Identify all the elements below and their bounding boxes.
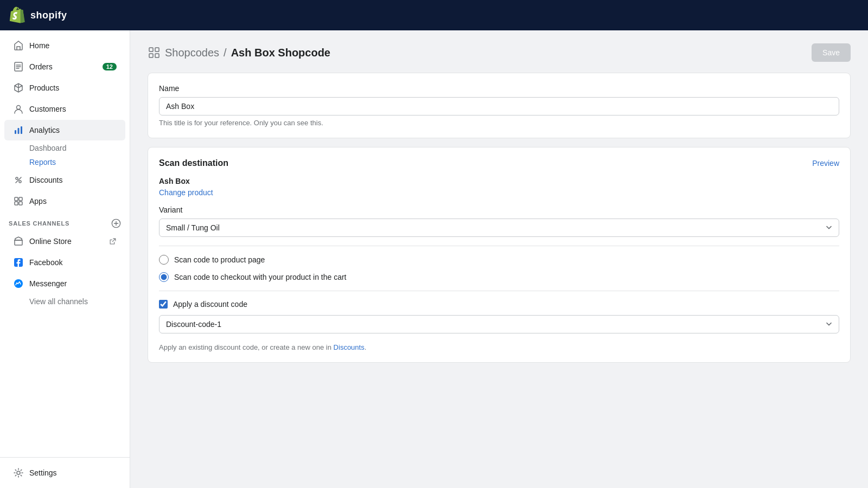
analytics-submenu: Dashboard Reports bbox=[25, 141, 130, 169]
name-input[interactable] bbox=[159, 97, 839, 115]
scan-destination-title: Scan destination Preview bbox=[159, 158, 839, 168]
apply-discount-checkbox-label[interactable]: Apply a discount code bbox=[159, 300, 839, 309]
variant-label: Variant bbox=[159, 206, 839, 214]
products-icon bbox=[13, 82, 24, 93]
radio-checkout-input[interactable] bbox=[159, 272, 169, 282]
svg-rect-19 bbox=[155, 54, 159, 57]
svg-rect-16 bbox=[149, 48, 153, 52]
sidebar-item-discounts[interactable]: Discounts bbox=[4, 170, 125, 190]
radio-product-page[interactable]: Scan code to product page bbox=[159, 255, 839, 265]
sidebar-item-orders[interactable]: Orders 12 bbox=[4, 56, 125, 77]
discounts-icon bbox=[13, 175, 24, 185]
name-label: Name bbox=[159, 84, 839, 93]
svg-rect-2 bbox=[15, 130, 16, 134]
change-product-link[interactable]: Change product bbox=[159, 188, 213, 197]
add-sales-channel-icon[interactable] bbox=[111, 219, 121, 228]
external-link-icon bbox=[109, 237, 117, 245]
sidebar-item-apps-label: Apps bbox=[29, 197, 47, 206]
svg-rect-8 bbox=[19, 197, 22, 201]
sidebar-sub-reports[interactable]: Reports bbox=[25, 155, 130, 169]
preview-link[interactable]: Preview bbox=[812, 159, 839, 168]
radio-checkout-label: Scan code to checkout with your product … bbox=[174, 273, 347, 281]
svg-rect-3 bbox=[18, 128, 20, 134]
sidebar-item-settings-label: Settings bbox=[29, 468, 57, 477]
scan-destination-card: Scan destination Preview Ash Box Change … bbox=[148, 147, 851, 363]
sidebar-item-apps[interactable]: Apps bbox=[4, 191, 125, 211]
breadcrumb-separator: / bbox=[224, 47, 227, 59]
sidebar-item-facebook[interactable]: Facebook bbox=[4, 252, 125, 273]
sidebar-item-online-store[interactable]: Online Store bbox=[4, 231, 125, 252]
svg-rect-7 bbox=[15, 197, 18, 201]
customers-icon bbox=[13, 104, 24, 114]
shopcodes-icon bbox=[148, 46, 161, 59]
apps-icon bbox=[13, 196, 24, 207]
home-icon bbox=[13, 40, 24, 51]
sidebar-item-messenger-label: Messenger bbox=[29, 279, 67, 288]
sidebar-item-products[interactable]: Products bbox=[4, 78, 125, 98]
sidebar-item-analytics[interactable]: Analytics bbox=[4, 120, 125, 140]
svg-rect-9 bbox=[15, 202, 18, 205]
sidebar-item-home[interactable]: Home bbox=[4, 35, 125, 56]
sidebar-item-messenger[interactable]: Messenger bbox=[4, 273, 125, 294]
name-hint: This title is for your reference. Only y… bbox=[159, 119, 839, 127]
view-all-channels-container: View all channels bbox=[25, 294, 130, 309]
svg-rect-17 bbox=[155, 48, 159, 52]
sidebar-sub-dashboard[interactable]: Dashboard bbox=[25, 141, 130, 155]
radio-checkout[interactable]: Scan code to checkout with your product … bbox=[159, 272, 839, 282]
apply-discount-checkbox[interactable] bbox=[159, 300, 168, 309]
svg-rect-18 bbox=[149, 54, 153, 57]
sidebar-item-analytics-label: Analytics bbox=[29, 126, 60, 134]
name-card: Name This title is for your reference. O… bbox=[148, 73, 851, 138]
sidebar-item-orders-label: Orders bbox=[29, 62, 53, 71]
variant-select[interactable]: Small / Tung Oil Large / Tung Oil Small … bbox=[159, 219, 839, 237]
save-button[interactable]: Save bbox=[812, 43, 851, 62]
page-header: Shopcodes / Ash Box Shopcode Save bbox=[148, 43, 851, 62]
settings-icon bbox=[13, 467, 24, 478]
discount-hint: Apply an existing discount code, or crea… bbox=[159, 343, 839, 351]
sidebar: Home Orders 12 Products bbox=[0, 30, 130, 488]
breadcrumb: Shopcodes / Ash Box Shopcode bbox=[148, 46, 330, 59]
orders-badge: 12 bbox=[103, 63, 117, 70]
discount-hint-suffix: . bbox=[365, 343, 367, 351]
discount-select[interactable]: Discount-code-1 Discount-code-2 Discount… bbox=[159, 315, 839, 333]
svg-point-1 bbox=[17, 106, 21, 110]
radio-group: Scan code to product page Scan code to c… bbox=[159, 255, 839, 282]
svg-point-5 bbox=[16, 177, 18, 179]
store-icon bbox=[13, 236, 24, 247]
svg-rect-4 bbox=[21, 126, 22, 134]
sidebar-item-customers-label: Customers bbox=[29, 105, 66, 113]
view-all-channels-link[interactable]: View all channels bbox=[25, 294, 130, 309]
svg-rect-12 bbox=[15, 240, 22, 245]
discount-hint-prefix: Apply an existing discount code, or crea… bbox=[159, 343, 331, 351]
apply-discount-label: Apply a discount code bbox=[173, 300, 247, 309]
breadcrumb-current: Ash Box Shopcode bbox=[231, 47, 330, 59]
breadcrumb-parent[interactable]: Shopcodes bbox=[165, 47, 219, 59]
analytics-icon bbox=[13, 125, 24, 136]
facebook-icon bbox=[13, 257, 24, 268]
brand-name: shopify bbox=[30, 10, 67, 21]
sales-channels-title: SALES CHANNELS bbox=[0, 212, 130, 230]
sidebar-item-customers[interactable]: Customers bbox=[4, 99, 125, 119]
orders-icon bbox=[13, 61, 24, 72]
svg-point-6 bbox=[19, 181, 21, 183]
main-content: Shopcodes / Ash Box Shopcode Save Name T… bbox=[130, 30, 868, 488]
sidebar-item-settings[interactable]: Settings bbox=[4, 463, 125, 483]
sidebar-item-discounts-label: Discounts bbox=[29, 176, 62, 184]
messenger-icon bbox=[13, 278, 24, 289]
sidebar-item-facebook-label: Facebook bbox=[29, 258, 62, 267]
divider-1 bbox=[159, 246, 839, 246]
sidebar-item-online-store-label: Online Store bbox=[29, 237, 72, 246]
radio-product-page-input[interactable] bbox=[159, 255, 169, 265]
product-name: Ash Box bbox=[159, 177, 839, 185]
svg-rect-10 bbox=[19, 202, 22, 205]
brand-logo[interactable]: shopify bbox=[9, 7, 67, 24]
sidebar-item-home-label: Home bbox=[29, 41, 49, 50]
divider-2 bbox=[159, 291, 839, 291]
sidebar-item-products-label: Products bbox=[29, 84, 59, 92]
topbar: shopify bbox=[0, 0, 868, 30]
svg-point-15 bbox=[17, 471, 20, 474]
discounts-link[interactable]: Discounts bbox=[334, 343, 365, 351]
radio-product-page-label: Scan code to product page bbox=[174, 255, 265, 264]
